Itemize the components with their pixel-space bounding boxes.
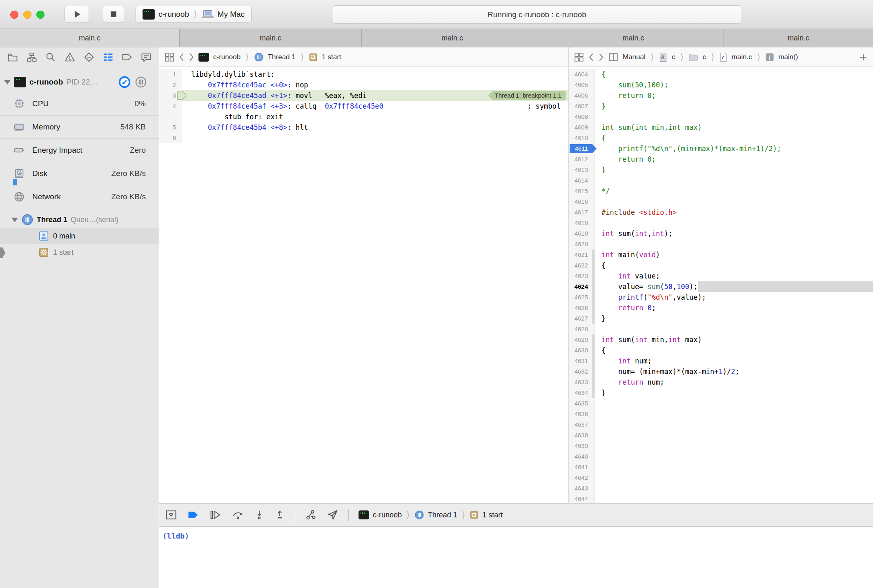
- line-number-gutter[interactable]: 4618: [569, 218, 595, 228]
- line-number-gutter[interactable]: 4605: [569, 80, 595, 90]
- code-line[interactable]: 4636: [569, 409, 873, 419]
- code-line-content[interactable]: return 0;: [595, 303, 873, 313]
- line-number-gutter[interactable]: 5: [159, 122, 182, 133]
- line-number-gutter[interactable]: 4: [159, 101, 182, 111]
- code-line[interactable]: 4644: [569, 494, 873, 503]
- code-line-content[interactable]: {: [595, 69, 873, 80]
- line-number-gutter[interactable]: 4608: [569, 111, 595, 122]
- process-row[interactable]: c-runoob PID 22…: [0, 73, 159, 91]
- code-line[interactable]: 4617#include <stdio.h>: [569, 207, 873, 218]
- disclosure-triangle-icon[interactable]: [4, 80, 11, 85]
- stop-button[interactable]: [103, 6, 124, 23]
- tab-main-c-1[interactable]: main.c: [0, 29, 180, 47]
- debug-crumb-process[interactable]: c-runoob: [373, 511, 402, 519]
- jump-crumb-thread[interactable]: Thread 1: [268, 53, 296, 61]
- line-number-gutter[interactable]: 4631: [569, 356, 595, 366]
- code-line[interactable]: 4643: [569, 483, 873, 494]
- back-button[interactable]: [179, 53, 185, 62]
- source-code-area[interactable]: 4604{4605 sum(50,100);4606 return 0;4607…: [569, 67, 873, 503]
- step-over-button[interactable]: [232, 509, 244, 521]
- code-line-content[interactable]: [595, 196, 873, 207]
- code-line-content[interactable]: [595, 419, 873, 430]
- line-number-gutter[interactable]: [159, 111, 182, 122]
- code-line-content[interactable]: return 0;: [595, 90, 873, 101]
- code-line-content[interactable]: [595, 111, 873, 122]
- jump-crumb-frame[interactable]: 1 start: [322, 53, 341, 61]
- code-line[interactable]: 4604{: [569, 69, 873, 80]
- code-line[interactable]: 4610{: [569, 133, 873, 143]
- line-number-gutter[interactable]: 4629: [569, 334, 595, 345]
- code-line-content[interactable]: [595, 494, 873, 503]
- line-number-gutter[interactable]: 4616: [569, 196, 595, 207]
- code-line-content[interactable]: [595, 430, 873, 441]
- line-number-gutter[interactable]: 4632: [569, 366, 595, 377]
- line-number-gutter[interactable]: 4610: [569, 133, 595, 143]
- line-number-gutter[interactable]: 2: [159, 80, 182, 90]
- code-line-content[interactable]: [595, 409, 873, 419]
- line-number-gutter[interactable]: 4620: [569, 239, 595, 249]
- code-line-content[interactable]: 0x7fff84ce45af <+3>: callq 0x7fff84ce45e…: [182, 101, 568, 111]
- debug-crumb-thread[interactable]: Thread 1: [428, 511, 457, 519]
- line-number-gutter[interactable]: 4633: [569, 377, 595, 388]
- code-line-content[interactable]: [595, 472, 873, 483]
- minimize-window-button[interactable]: [23, 11, 31, 19]
- gauge-memory[interactable]: Memory 548 KB: [0, 115, 159, 138]
- code-line[interactable]: 4641: [569, 462, 873, 472]
- code-line[interactable]: 2 0x7fff84ce45ac <+0>: nop: [159, 80, 568, 90]
- scheme-selector[interactable]: c-runoob ⟩ My Mac: [136, 6, 252, 23]
- code-line[interactable]: 4614: [569, 175, 873, 186]
- gauge-energy[interactable]: Energy Impact Zero: [0, 138, 159, 162]
- run-button[interactable]: [65, 6, 89, 23]
- code-line-content[interactable]: [595, 239, 873, 249]
- add-editor-button[interactable]: [858, 52, 868, 62]
- code-line[interactable]: 4607}: [569, 101, 873, 111]
- related-items-icon[interactable]: [164, 52, 175, 62]
- code-line[interactable]: 4624 value= sum(50,100);: [569, 281, 873, 292]
- continue-button[interactable]: [209, 510, 222, 520]
- line-number-gutter[interactable]: 4644: [569, 494, 595, 503]
- code-line-content[interactable]: value= sum(50,100);: [595, 281, 873, 292]
- code-line[interactable]: 4630{: [569, 345, 873, 356]
- code-line[interactable]: 4638: [569, 430, 873, 441]
- stack-frame-start[interactable]: 1 start: [0, 244, 159, 261]
- code-line[interactable]: 4635: [569, 398, 873, 409]
- line-number-gutter[interactable]: 4637: [569, 419, 595, 430]
- line-number-gutter[interactable]: 4613: [569, 165, 595, 175]
- close-window-button[interactable]: [10, 11, 18, 19]
- line-number-gutter[interactable]: 4604: [569, 69, 595, 80]
- code-line[interactable]: 5 0x7fff84ce45b4 <+8>: hlt: [159, 122, 568, 133]
- test-navigator-icon[interactable]: [83, 51, 95, 63]
- code-line[interactable]: 4625 printf("%d\n",value);: [569, 292, 873, 303]
- project-navigator-icon[interactable]: [7, 51, 19, 63]
- code-line-content[interactable]: 0x7fff84ce45ad <+1>: movl %eax, %ediThre…: [182, 90, 568, 101]
- debug-crumb-frame[interactable]: 1 start: [482, 511, 503, 519]
- code-line[interactable]: 4616: [569, 196, 873, 207]
- code-line[interactable]: 4628: [569, 324, 873, 334]
- code-line-content[interactable]: #include <stdio.h>: [595, 207, 873, 218]
- code-line-content[interactable]: {: [595, 260, 873, 271]
- code-line[interactable]: 4619int sum(int,int);: [569, 228, 873, 239]
- code-line-content[interactable]: }: [595, 388, 873, 398]
- step-into-button[interactable]: [254, 509, 265, 521]
- line-number-gutter[interactable]: 4635: [569, 398, 595, 409]
- code-line[interactable]: 3 0x7fff84ce45ad <+1>: movl %eax, %ediTh…: [159, 90, 568, 101]
- code-line-content[interactable]: return num;: [595, 377, 873, 388]
- code-line[interactable]: 1libdyld.dylib`start:: [159, 69, 568, 80]
- code-line-content[interactable]: int value;: [595, 271, 873, 281]
- gauge-disk[interactable]: Disk Zero KB/s: [0, 162, 159, 185]
- zoom-window-button[interactable]: [36, 11, 45, 19]
- code-line-content[interactable]: [595, 324, 873, 334]
- memory-graph-button[interactable]: [305, 509, 317, 521]
- jump-crumb-project[interactable]: c: [672, 53, 675, 61]
- code-line[interactable]: 4606 return 0;: [569, 90, 873, 101]
- line-number-gutter[interactable]: 4615: [569, 186, 595, 196]
- code-line[interactable]: 4622{: [569, 260, 873, 271]
- back-button[interactable]: [588, 53, 594, 62]
- code-line-content[interactable]: printf("%d\n",(min+max)*(max-min+1)/2);: [595, 143, 873, 154]
- code-line-content[interactable]: }: [595, 313, 873, 324]
- tab-main-c-3[interactable]: main.c: [362, 29, 543, 47]
- thread-row[interactable]: Thread 1 Queu…(serial): [0, 212, 159, 228]
- line-number-gutter[interactable]: 4639: [569, 441, 595, 451]
- tab-main-c-4[interactable]: main.c: [543, 29, 724, 47]
- code-line-content[interactable]: int sum(int,int);: [595, 228, 873, 239]
